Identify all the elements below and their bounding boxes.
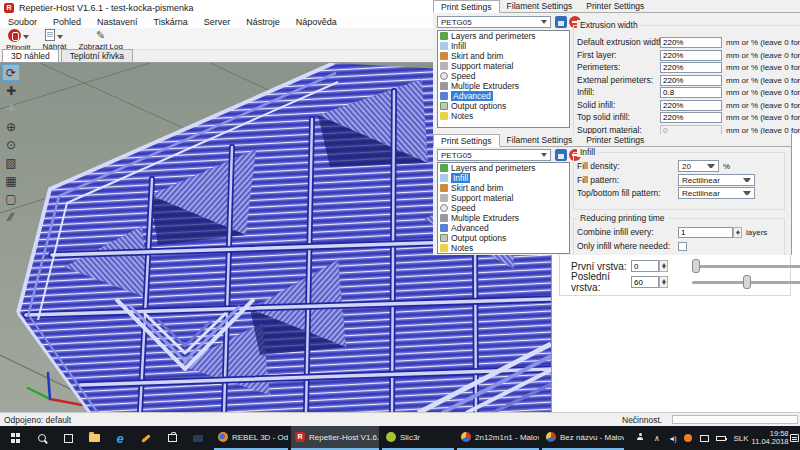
- display-tray-button[interactable]: [696, 426, 712, 450]
- form-row: Fill density: 20 %: [577, 160, 730, 172]
- top-solid-infill-width-input[interactable]: [660, 112, 722, 123]
- tab-printer-settings[interactable]: Printer Settings: [579, 0, 651, 12]
- battery-tray-button[interactable]: [712, 426, 730, 450]
- menu-nastroje[interactable]: Nástroje: [238, 17, 288, 27]
- people-tray-button[interactable]: [632, 426, 648, 450]
- profile-select[interactable]: PETG05: [437, 16, 551, 28]
- list-item-support[interactable]: Support material: [438, 193, 569, 203]
- zoom-in-button[interactable]: ⊕: [2, 118, 20, 135]
- list-item-output[interactable]: Output options: [438, 101, 569, 111]
- list-item-advanced[interactable]: Advanced: [438, 223, 569, 233]
- list-item-speed[interactable]: Speed: [438, 71, 569, 81]
- list-item-layers[interactable]: Layers and perimeters: [438, 163, 569, 173]
- fill-density-select[interactable]: 20: [678, 160, 719, 172]
- first-layer-slider-thumb[interactable]: [692, 259, 700, 273]
- only-infill-checkbox[interactable]: [678, 242, 687, 251]
- wireframe-view-button[interactable]: ▢: [2, 190, 20, 207]
- top-bottom-fill-pattern-select[interactable]: Rectilinear: [678, 187, 755, 199]
- menu-tiskarna[interactable]: Tiskárna: [146, 17, 196, 27]
- last-layer-stepper[interactable]: [659, 276, 668, 288]
- taskbar-window-repetier[interactable]: RRepetier-Host V1.6...: [291, 426, 379, 450]
- list-item-layers[interactable]: Layers and perimeters: [438, 31, 569, 41]
- list-item-speed[interactable]: Speed: [438, 203, 569, 213]
- volume-tray-button[interactable]: ◄): [664, 426, 680, 450]
- solid-infill-width-input[interactable]: [660, 100, 722, 111]
- connection-status: Odpojeno: default: [4, 415, 71, 425]
- file-explorer-button[interactable]: [82, 426, 106, 450]
- list-item-support[interactable]: Support material: [438, 61, 569, 71]
- infill-width-input[interactable]: [660, 87, 722, 98]
- move-viewpoint-button[interactable]: ✚: [2, 100, 20, 117]
- windows-logo-icon: [11, 433, 21, 443]
- first-layer-slider[interactable]: [692, 265, 800, 268]
- menu-soubor[interactable]: Soubor: [0, 17, 45, 27]
- rotate-tool-button[interactable]: ⟳: [2, 64, 20, 81]
- tab-filament-settings[interactable]: Filament Settings: [500, 0, 580, 12]
- tab-print-settings[interactable]: Print Settings: [433, 0, 500, 13]
- parallel-projection-button[interactable]: ∕∕: [2, 208, 20, 225]
- tab-temperature-curve[interactable]: Teplotní křivka: [61, 49, 133, 62]
- taskbar-window-firefox[interactable]: REBEL 3D - Odeslat...: [214, 426, 288, 450]
- list-item-notes[interactable]: Notes: [438, 111, 569, 121]
- front-view-icon: ▦: [5, 174, 16, 188]
- tab-print-settings[interactable]: Print Settings: [433, 134, 500, 147]
- list-item-infill[interactable]: Infill: [438, 41, 569, 51]
- save-profile-icon[interactable]: [555, 16, 567, 28]
- list-item-skirt[interactable]: Skirt and brim: [438, 183, 569, 193]
- first-layer-width-input[interactable]: [660, 50, 722, 61]
- load-button[interactable]: Náhrát: [36, 28, 72, 51]
- language-indicator[interactable]: SLK: [730, 426, 752, 450]
- chevron-down-icon[interactable]: [23, 35, 29, 39]
- antivirus-tray-button[interactable]: [680, 426, 696, 450]
- store-button[interactable]: [160, 426, 184, 450]
- pinned-app-button-2[interactable]: [186, 426, 210, 450]
- save-profile-icon[interactable]: [555, 149, 567, 161]
- list-item-skirt[interactable]: Skirt and brim: [438, 51, 569, 61]
- profile-select[interactable]: PETG05: [437, 149, 551, 161]
- list-item-advanced[interactable]: Advanced: [438, 91, 569, 101]
- first-layer-input[interactable]: [631, 260, 659, 272]
- list-item-extruders[interactable]: Multiple Extruders: [438, 81, 569, 91]
- pinned-app-button[interactable]: [134, 426, 158, 450]
- taskbar-window-slic3r[interactable]: Slic3r: [382, 426, 454, 450]
- menu-server[interactable]: Server: [196, 17, 239, 27]
- start-button[interactable]: [4, 426, 28, 450]
- last-layer-input[interactable]: [631, 276, 659, 288]
- task-view-button[interactable]: [56, 426, 80, 450]
- show-log-button[interactable]: ✎ Zobrazit Log: [72, 28, 128, 51]
- zoom-out-button[interactable]: ⊙: [2, 136, 20, 153]
- combine-infill-input[interactable]: [678, 227, 733, 238]
- last-layer-label: Poslední vrstva:: [571, 271, 631, 293]
- menu-nastaveni[interactable]: Nastavení: [89, 17, 146, 27]
- last-layer-slider-thumb[interactable]: [743, 275, 751, 289]
- isometric-view-button[interactable]: ▧: [2, 154, 20, 171]
- tab-printer-settings[interactable]: Printer Settings: [579, 134, 651, 146]
- default-extrusion-width-input[interactable]: [660, 37, 722, 48]
- extruders-icon: [440, 214, 448, 222]
- tab-3d-view[interactable]: 3D náhled: [2, 49, 59, 62]
- list-item-output[interactable]: Output options: [438, 233, 569, 243]
- clock[interactable]: 19:5811.04.2018: [752, 426, 788, 450]
- fill-pattern-select[interactable]: Rectilinear: [678, 174, 755, 186]
- move-tool-button[interactable]: ✚: [2, 82, 20, 99]
- hidden-icons-button[interactable]: ∧: [650, 426, 664, 450]
- list-item-extruders[interactable]: Multiple Extruders: [438, 213, 569, 223]
- front-view-button[interactable]: ▦: [2, 172, 20, 189]
- list-item-notes[interactable]: Notes: [438, 243, 569, 253]
- taskbar-window-paint-1[interactable]: 2n12m1n1 - Malov...: [457, 426, 539, 450]
- menu-napoveda[interactable]: Nápověda: [288, 17, 345, 27]
- tab-filament-settings[interactable]: Filament Settings: [500, 134, 580, 146]
- first-layer-stepper[interactable]: [659, 260, 668, 272]
- notification-center-button[interactable]: [788, 426, 800, 450]
- last-layer-slider[interactable]: [692, 281, 800, 284]
- search-button[interactable]: [30, 426, 54, 450]
- rotate-icon: ⟳: [6, 66, 16, 80]
- taskbar-window-paint-2[interactable]: Bez názvu - Malová...: [542, 426, 624, 450]
- edge-button[interactable]: e: [108, 426, 132, 450]
- list-item-infill[interactable]: Infill: [438, 173, 569, 183]
- combine-infill-stepper[interactable]: [733, 227, 742, 238]
- chevron-down-icon[interactable]: [57, 35, 63, 39]
- external-perimeters-width-input[interactable]: [660, 75, 722, 86]
- perimeters-width-input[interactable]: [660, 62, 722, 73]
- menu-pohled[interactable]: Pohled: [45, 17, 89, 27]
